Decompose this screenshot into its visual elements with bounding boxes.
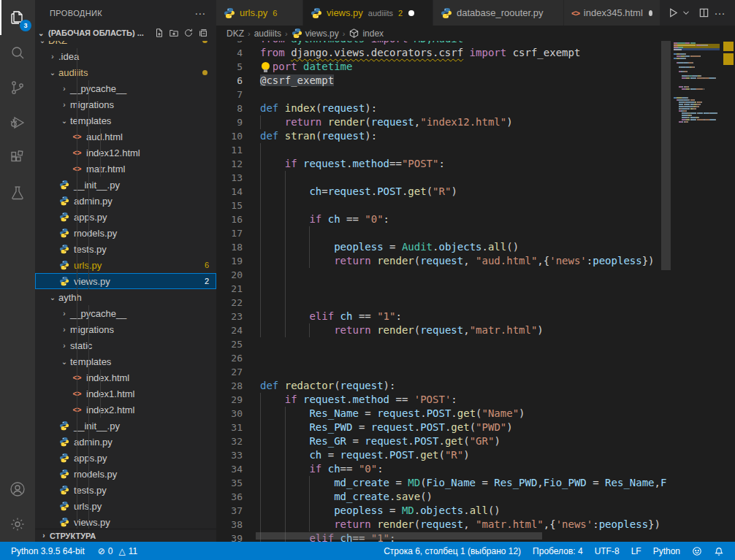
- indentation-item[interactable]: Пробелов: 4: [529, 542, 587, 560]
- cursor-position-item[interactable]: Строка 6, столбец 1 (выбрано 12): [380, 542, 525, 560]
- language-mode-item[interactable]: Python: [650, 542, 684, 560]
- code-line-26[interactable]: 26: [216, 351, 674, 365]
- outline-section-header[interactable]: › СТРУКТУРА: [35, 529, 216, 542]
- refresh-icon[interactable]: [181, 26, 196, 40]
- tree-folder-templates[interactable]: ⌄templates: [35, 112, 216, 129]
- account-icon[interactable]: [0, 472, 35, 507]
- feedback-icon[interactable]: [688, 542, 706, 560]
- search-icon[interactable]: [0, 35, 35, 70]
- tree-folder-aythh[interactable]: ⌄aythh: [35, 289, 216, 305]
- code-line-15[interactable]: 15: [216, 199, 674, 212]
- more-actions-icon[interactable]: ···: [712, 5, 728, 21]
- code-line-3[interactable]: 3from aythh.models import MD,Audit: [216, 41, 674, 46]
- code-line-13[interactable]: 13: [216, 171, 674, 185]
- tree-folder-migrations[interactable]: ›migrations: [35, 96, 216, 112]
- tab-index345-html[interactable]: <>index345.html: [564, 0, 660, 26]
- tree-file-tests-py[interactable]: tests.py: [35, 482, 216, 498]
- code-line-14[interactable]: 14 ch=request.POST.get("R"): [216, 185, 674, 199]
- code-line-30[interactable]: 30 Res_Name = request.POST.get("Name"): [216, 407, 674, 421]
- tree-file-index12-html[interactable]: <>index12.html: [35, 145, 216, 161]
- tree-file-models-py[interactable]: models.py: [35, 225, 216, 241]
- code-line-27[interactable]: 27: [216, 365, 674, 379]
- code-line-11[interactable]: 11: [216, 143, 674, 157]
- lightbulb-icon[interactable]: [260, 62, 273, 73]
- code-line-21[interactable]: 21: [216, 282, 674, 296]
- extensions-icon[interactable]: [0, 140, 35, 175]
- tree-file--init-py[interactable]: __init__.py: [35, 418, 216, 434]
- code-line-19[interactable]: 19 return render(request, "aud.html",{'n…: [216, 254, 674, 268]
- tree-folder-migrations[interactable]: ›migrations: [35, 321, 216, 337]
- tree-file-index2-html[interactable]: <>index2.html: [35, 402, 216, 418]
- tree-file-urls-py[interactable]: urls.py6: [35, 257, 216, 273]
- python-interpreter-item[interactable]: Python 3.9.5 64-bit: [7, 542, 88, 560]
- source-control-icon[interactable]: [0, 70, 35, 105]
- code-line-5[interactable]: 5import datetime: [216, 60, 674, 74]
- tree-file-matr-html[interactable]: <>matr.html: [35, 161, 216, 177]
- tree-folder--pycache-[interactable]: ›__pycache__: [35, 80, 216, 96]
- code-line-28[interactable]: 28def redactor(request):: [216, 379, 674, 393]
- testing-icon[interactable]: [0, 175, 35, 210]
- breadcrumb-index[interactable]: index: [349, 28, 384, 39]
- code-line-31[interactable]: 31 Res_PWD = request.POST.get("PWD"): [216, 421, 674, 434]
- tree-file-apps-py[interactable]: apps.py: [35, 209, 216, 225]
- tree-folder-static[interactable]: ›static: [35, 337, 216, 353]
- eol-item[interactable]: LF: [628, 542, 645, 560]
- code-line-22[interactable]: 22: [216, 296, 674, 310]
- minimap[interactable]: [674, 41, 720, 542]
- notifications-bell-icon[interactable]: [710, 542, 728, 560]
- tree-folder-audiiits[interactable]: ⌄audiiits: [35, 64, 216, 80]
- tab-views-py[interactable]: views.pyaudiiits2: [303, 0, 433, 26]
- tab-urls-py[interactable]: urls.py6: [216, 0, 303, 26]
- code-line-8[interactable]: 8def index(request):: [216, 101, 674, 115]
- code-editor[interactable]: 3from aythh.models import MD,Audit4from …: [216, 41, 735, 542]
- code-line-6[interactable]: 6@csrf_exempt: [216, 74, 674, 88]
- unsaved-dot-icon[interactable]: [408, 10, 414, 16]
- tree-file-admin-py[interactable]: admin.py: [35, 434, 216, 450]
- tree-folder--idea[interactable]: ›.idea: [35, 48, 216, 64]
- code-line-25[interactable]: 25: [216, 337, 674, 351]
- run-debug-icon[interactable]: [0, 105, 35, 140]
- collapse-all-icon[interactable]: [196, 26, 210, 40]
- code-line-36[interactable]: 36 md_create.save(): [216, 490, 674, 504]
- code-line-7[interactable]: 7: [216, 88, 674, 101]
- code-line-17[interactable]: 17: [216, 226, 674, 240]
- code-line-32[interactable]: 32 Res_GR = request.POST.get("GR"): [216, 434, 674, 448]
- tree-file-apps-py[interactable]: apps.py: [35, 450, 216, 466]
- split-editor-icon[interactable]: [696, 5, 712, 21]
- new-file-icon[interactable]: [152, 26, 167, 40]
- settings-gear-icon[interactable]: [0, 507, 35, 542]
- code-line-10[interactable]: 10def stran(request):: [216, 129, 674, 143]
- tree-file-admin-py[interactable]: admin.py: [35, 193, 216, 209]
- editor-vertical-scrollbar[interactable]: [661, 41, 671, 270]
- code-line-24[interactable]: 24 return render(request,"matr.html"): [216, 323, 674, 337]
- code-line-16[interactable]: 16 if ch == "0":: [216, 212, 674, 226]
- tree-file-views-py[interactable]: views.py2: [35, 273, 216, 289]
- code-line-34[interactable]: 34 if ch== "0":: [216, 462, 674, 476]
- code-line-38[interactable]: 38 return render(request, "matr.html",{'…: [216, 518, 674, 532]
- code-line-23[interactable]: 23 elif ch == "1":: [216, 310, 674, 323]
- tree-file-models-py[interactable]: models.py: [35, 466, 216, 482]
- tree-file-urls-py[interactable]: urls.py: [35, 498, 216, 514]
- code-line-35[interactable]: 35 md_create = MD(Fio_Name = Res_PWD,Fio…: [216, 476, 674, 490]
- problems-item[interactable]: ⊘ 0 △ 11: [94, 542, 141, 560]
- tree-file-tests-py[interactable]: tests.py: [35, 241, 216, 257]
- tree-file-aud-html[interactable]: <>aud.html: [35, 129, 216, 145]
- code-line-12[interactable]: 12 if request.method=="POST":: [216, 157, 674, 171]
- tree-file-index1-html[interactable]: <>index1.html: [35, 386, 216, 402]
- tab-database-roouter-py[interactable]: database_roouter.py: [433, 0, 564, 26]
- code-line-20[interactable]: 20: [216, 268, 674, 282]
- tree-file--init-py[interactable]: __init__.py: [35, 177, 216, 193]
- code-line-4[interactable]: 4from django.views.decorators.csrf impor…: [216, 46, 674, 60]
- code-line-18[interactable]: 18 peopless = Audit.objects.all(): [216, 240, 674, 254]
- unsaved-dot-icon[interactable]: [649, 10, 652, 16]
- run-dropdown-icon[interactable]: [681, 5, 691, 21]
- workspace-section-header[interactable]: ⌄ (РАБОЧАЯ ОБЛАСТЬ) ...: [35, 25, 216, 41]
- explorer-icon[interactable]: 3: [0, 0, 35, 35]
- tree-file-views-py[interactable]: views.py: [35, 514, 216, 530]
- breadcrumb-audiiits[interactable]: audiiits: [254, 28, 281, 39]
- code-line-9[interactable]: 9 return render(request,"index12.html"): [216, 115, 674, 129]
- tree-folder--pycache-[interactable]: ›__pycache__: [35, 305, 216, 321]
- run-button[interactable]: [665, 5, 681, 21]
- views-more-actions-icon[interactable]: ···: [193, 6, 207, 20]
- editor-horizontal-scrollbar[interactable]: [256, 532, 542, 540]
